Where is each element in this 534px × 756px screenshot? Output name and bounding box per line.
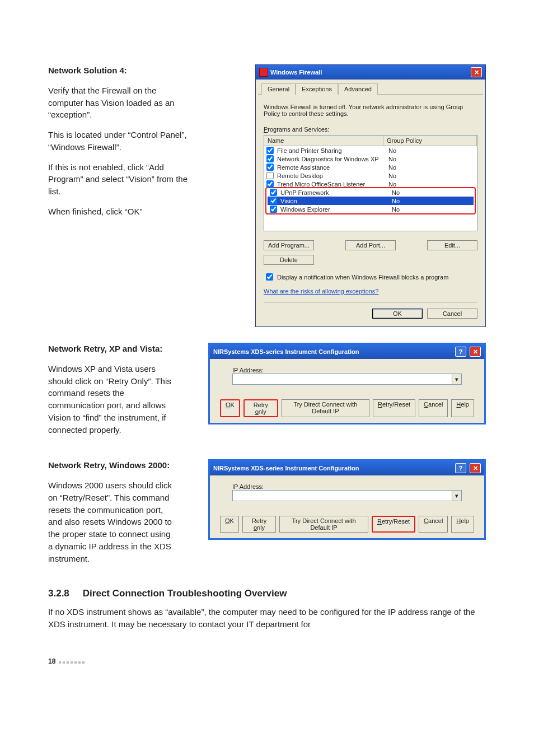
exception-name: UPnP Framework [280, 189, 390, 196]
nir-dialog-xp: NIRSystems XDS-series Instrument Configu… [208, 343, 486, 424]
cancel-button[interactable]: Cancel [419, 516, 448, 533]
cancel-button[interactable]: Cancel [427, 309, 477, 319]
chevron-down-icon[interactable]: ▾ [452, 490, 462, 501]
solution4-p4: When finished, click “OK” [48, 206, 188, 218]
exception-gp: No [388, 181, 396, 188]
ip-label: IP Address: [232, 367, 462, 374]
notify-checkbox[interactable] [266, 273, 273, 281]
nir-titlebar[interactable]: NIRSystems XDS-series Instrument Configu… [210, 344, 484, 359]
try-direct-button[interactable]: Try Direct Connect with Default IP [279, 516, 368, 533]
close-icon[interactable]: ✕ [470, 463, 481, 473]
add-port-button[interactable]: Add Port... [345, 240, 396, 250]
delete-button[interactable]: Delete [264, 255, 314, 265]
list-item[interactable]: UPnP Framework No [268, 188, 474, 197]
firewall-dialog: Windows Firewall ✕ General Exceptions Ad… [255, 64, 486, 327]
exception-checkbox[interactable] [266, 147, 274, 154]
list-item[interactable]: Remote Assistance No [264, 163, 477, 171]
exception-checkbox[interactable] [266, 172, 274, 179]
retry-2000-heading: Network Retry, Windows 2000: [48, 460, 170, 470]
ip-label: IP Address: [232, 483, 462, 490]
tab-exceptions[interactable]: Exceptions [296, 83, 338, 95]
col-group-policy: Group Policy [383, 136, 477, 146]
ok-button[interactable]: OK [372, 309, 423, 319]
page-footer: 18 [48, 657, 486, 665]
nir-titlebar[interactable]: NIRSystems XDS-series Instrument Configu… [210, 461, 484, 475]
section-heading: 3.2.8 Direct Connection Troubleshooting … [48, 588, 486, 599]
edit-button[interactable]: Edit... [427, 240, 477, 250]
exception-gp: No [388, 172, 396, 179]
tab-advanced[interactable]: Advanced [338, 83, 378, 95]
programs-label: Programs and Services: [264, 126, 477, 133]
close-icon[interactable]: ✕ [471, 67, 482, 77]
exception-checkbox[interactable] [266, 155, 274, 162]
retry-only-button[interactable]: Retry only [242, 516, 276, 533]
list-item[interactable]: Windows Explorer No [268, 205, 474, 213]
list-item[interactable]: Network Diagnostics for Windows XP No [264, 155, 477, 163]
cancel-button[interactable]: Cancel [419, 399, 448, 417]
retry-xp-text: Network Retry, XP and Vista: Windows XP … [48, 343, 177, 444]
solution4-p1: Verify that the Firewall on the computer… [48, 85, 188, 121]
exception-gp: No [388, 164, 396, 171]
retry-xp-heading: Network Retry, XP and Vista: [48, 344, 162, 353]
close-icon[interactable]: ✕ [470, 347, 481, 357]
solution4-p2: This is located under “Control Panel”, “… [48, 129, 188, 153]
exception-checkbox[interactable] [266, 164, 274, 171]
risks-link[interactable]: What are the risks of allowing exception… [264, 288, 378, 295]
nir-title: NIRSystems XDS-series Instrument Configu… [213, 348, 359, 355]
exception-name: File and Printer Sharing [277, 147, 386, 154]
firewall-titlebar[interactable]: Windows Firewall ✕ [256, 65, 485, 80]
firewall-msg: Windows Firewall is turned off. Your net… [264, 104, 477, 117]
ip-address-input[interactable] [232, 374, 452, 385]
solution4-text: Network Solution 4: Verify that the Fire… [48, 64, 188, 327]
exception-name: Remote Assistance [277, 164, 386, 171]
solution4-p3: If this is not enabled, click “Add Progr… [48, 161, 188, 198]
firewall-tabs: General Exceptions Advanced [258, 80, 483, 95]
retry-only-button[interactable]: Retry only [243, 399, 278, 417]
solution4-heading: Network Solution 4: [48, 66, 127, 75]
tab-general[interactable]: General [261, 83, 296, 95]
exception-gp: No [388, 147, 396, 154]
exception-name: Trend Micro OfficeScan Listener [277, 181, 386, 188]
section-number: 3.2.8 [48, 588, 69, 599]
list-item[interactable]: Vision No [268, 197, 474, 205]
notify-label: Display a notification when Windows Fire… [277, 274, 448, 281]
exception-gp: No [392, 198, 400, 204]
ok-button[interactable]: OK [220, 399, 240, 417]
help-icon[interactable]: ? [455, 347, 466, 357]
help-button[interactable]: Help [451, 516, 474, 533]
exception-gp: No [388, 156, 396, 162]
chevron-down-icon[interactable]: ▾ [452, 374, 462, 385]
firewall-title: Windows Firewall [270, 69, 322, 76]
exception-gp: No [392, 206, 400, 213]
help-button[interactable]: Help [451, 399, 474, 417]
nir-title: NIRSystems XDS-series Instrument Configu… [213, 465, 359, 472]
help-icon[interactable]: ? [455, 463, 466, 473]
retry-reset-button[interactable]: Retry/Reset [372, 516, 415, 533]
exception-checkbox[interactable] [270, 206, 277, 213]
ip-address-input[interactable] [232, 490, 452, 501]
list-item[interactable]: Remote Desktop No [264, 171, 477, 180]
exception-checkbox[interactable] [270, 189, 277, 196]
exception-name: Remote Desktop [277, 172, 386, 179]
exception-gp: No [392, 189, 400, 196]
firewall-app-icon [259, 68, 268, 77]
exception-checkbox[interactable] [266, 180, 274, 188]
nir-dialog-2000: NIRSystems XDS-series Instrument Configu… [208, 459, 486, 540]
retry-reset-button[interactable]: Retry/Reset [373, 399, 415, 417]
retry-2000-text: Network Retry, Windows 2000: Windows 200… [48, 459, 177, 572]
try-direct-button[interactable]: Try Direct Connect with Default IP [282, 399, 369, 417]
exception-name: Network Diagnostics for Windows XP [277, 156, 386, 162]
section-body: If no XDS instrument shows as “available… [48, 606, 486, 631]
exception-name: Vision [280, 198, 390, 204]
list-item[interactable]: File and Printer Sharing No [264, 146, 477, 155]
add-program-button[interactable]: Add Program... [264, 240, 314, 250]
section-title: Direct Connection Troubleshooting Overvi… [83, 588, 287, 599]
col-name: Name [264, 136, 383, 146]
exceptions-list[interactable]: Name Group Policy File and Printer Shari… [264, 135, 477, 231]
footer-dots-icon [59, 657, 86, 665]
retry-xp-p: Windows XP and Vista users should click … [48, 363, 177, 436]
exception-name: Windows Explorer [280, 206, 390, 213]
page-number: 18 [48, 657, 55, 665]
ok-button[interactable]: OK [220, 516, 239, 533]
exception-checkbox[interactable] [270, 197, 277, 204]
